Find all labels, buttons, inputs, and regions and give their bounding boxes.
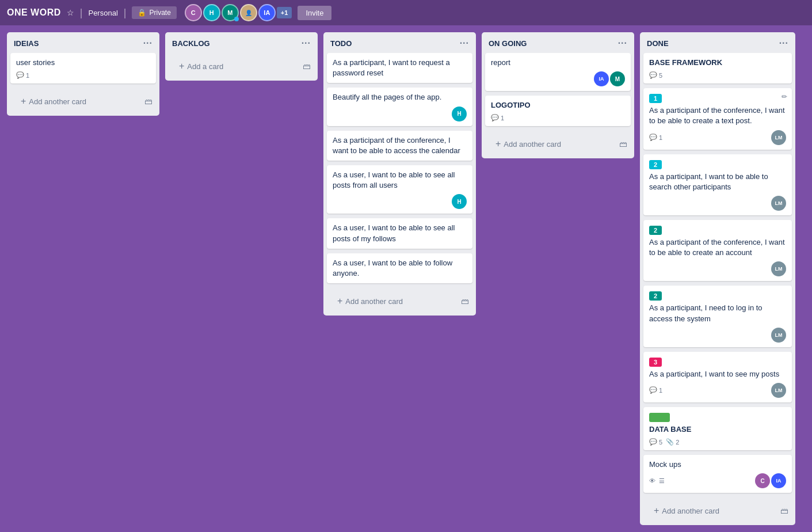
- card-todo-1[interactable]: As a participant, I want to request a pa…: [327, 53, 472, 83]
- plus-icon: +: [654, 506, 659, 516]
- card-label: [649, 413, 670, 422]
- card-footer: H: [333, 107, 467, 121]
- card-comment-count: 💬 5: [649, 438, 662, 446]
- card-done-6[interactable]: 3 As a participant, I want to see my pos…: [643, 352, 792, 402]
- card-footer: LM: [649, 328, 786, 343]
- avatar-h[interactable]: H: [203, 4, 220, 21]
- card-label: 2: [649, 291, 662, 301]
- card-done-1[interactable]: BASE FRAMEWORK 💬 5: [643, 53, 792, 83]
- card-text: user stories: [16, 58, 150, 68]
- comment-icon: 💬: [649, 386, 657, 394]
- card-done-8[interactable]: Mock ups 👁 ☰ C IA: [643, 455, 792, 493]
- comment-icon: 💬: [649, 134, 657, 141]
- card-text: Mock ups: [649, 459, 786, 470]
- invite-button[interactable]: Invite: [298, 6, 331, 20]
- column-menu-done[interactable]: ···: [779, 38, 788, 48]
- eye-icon: 👁: [649, 477, 655, 484]
- add-card-button-ongoing[interactable]: + Add another card: [489, 134, 568, 154]
- card-text: As a participant, I need to log in to ac…: [649, 303, 786, 324]
- card-todo-2[interactable]: Beautify all the pages of the app. H: [327, 88, 472, 126]
- column-backlog: BACKLOG ··· + Add a card 🗃: [165, 32, 318, 81]
- workspace-label: Personal: [88, 9, 117, 17]
- column-title-backlog: BACKLOG: [172, 39, 210, 48]
- column-todo: TODO ··· As a participant, I want to req…: [323, 32, 476, 316]
- archive-icon[interactable]: 🗃: [461, 297, 469, 306]
- column-header-todo: TODO ···: [323, 32, 476, 53]
- plus-icon: +: [337, 296, 342, 306]
- add-card-button-backlog[interactable]: + Add a card: [172, 56, 230, 76]
- archive-icon[interactable]: 🗃: [780, 506, 788, 515]
- card-todo-6[interactable]: As a user, I want to be able to follow a…: [327, 253, 472, 283]
- card-comment-count: 💬 1: [16, 71, 29, 79]
- card-todo-5[interactable]: As a user, I want to be able to see all …: [327, 218, 472, 248]
- card-attach-count: 📎 2: [666, 438, 679, 446]
- column-menu-ideias[interactable]: ···: [143, 38, 153, 48]
- add-card-button-ideias[interactable]: + Add another card: [14, 92, 93, 111]
- card-footer: IA M: [491, 71, 625, 86]
- column-title-ongoing: ON GOING: [489, 39, 527, 48]
- add-card-button-done[interactable]: + Add another card: [647, 501, 726, 520]
- comment-icon: 💬: [649, 71, 657, 79]
- card-text: As a participant, I want to see my posts: [649, 369, 786, 379]
- card-text: As a participant of the conference, I wa…: [649, 237, 786, 258]
- card-footer: H: [333, 194, 467, 209]
- column-menu-ongoing[interactable]: ···: [618, 38, 627, 48]
- card-text: Beautify all the pages of the app.: [333, 92, 467, 102]
- column-title-todo: TODO: [330, 39, 352, 48]
- column-cards-done: BASE FRAMEWORK 💬 5 ✏ 1 As a participant …: [640, 53, 795, 497]
- privacy-indicator[interactable]: 🔒 Private: [132, 6, 176, 19]
- card-text: As a user, I want to be able to follow a…: [333, 258, 467, 279]
- card-done-5[interactable]: 2 As a participant, I need to log in to …: [643, 286, 792, 347]
- card-text: As a participant, I want to be able to s…: [649, 172, 786, 192]
- card-ongoing-2[interactable]: LOGOTIPO 💬 1: [485, 96, 631, 126]
- plus-icon: +: [21, 96, 26, 107]
- card-footer: LM: [649, 261, 786, 276]
- avatar-ia[interactable]: IA: [258, 4, 276, 21]
- card-footer: 👁 ☰ C IA: [649, 473, 786, 488]
- card-text: LOGOTIPO: [491, 100, 625, 111]
- card-todo-3[interactable]: As a participant of the conference, I wa…: [327, 131, 472, 161]
- card-avatars: IA M: [594, 71, 625, 86]
- card-text: As a participant of the conference, I wa…: [649, 105, 786, 126]
- card-done-4[interactable]: 2 As a participant of the conference, I …: [643, 220, 792, 281]
- member-avatars: C H M 👤 IA +1: [185, 4, 292, 21]
- card-done-7[interactable]: DATA BASE 💬 5 📎 2: [643, 407, 792, 450]
- column-header-ongoing: ON GOING ···: [482, 32, 634, 53]
- list-icon: ☰: [659, 477, 665, 485]
- archive-icon[interactable]: 🗃: [303, 62, 311, 71]
- card-footer: 💬 5 📎 2: [649, 438, 786, 446]
- add-card-label: Add another card: [345, 297, 403, 306]
- card-done-3[interactable]: 2 As a participant, I want to be able to…: [643, 154, 792, 215]
- add-card-button-todo[interactable]: + Add another card: [330, 291, 410, 311]
- archive-icon[interactable]: 🗃: [144, 97, 153, 106]
- privacy-label: Private: [149, 9, 170, 17]
- card-ongoing-1[interactable]: report IA M: [485, 53, 631, 91]
- column-menu-backlog[interactable]: ···: [302, 38, 311, 48]
- add-card-label: Add another card: [662, 507, 719, 515]
- archive-icon[interactable]: 🗃: [619, 139, 627, 149]
- card-text: report: [491, 58, 625, 68]
- comment-icon: 💬: [649, 438, 657, 446]
- avatar-photo[interactable]: 👤: [240, 4, 257, 21]
- avatar-ia: IA: [771, 473, 786, 488]
- column-title-ideias: IDEIAS: [14, 39, 39, 48]
- card-text: DATA BASE: [649, 424, 786, 435]
- avatar-overflow[interactable]: +1: [277, 7, 292, 18]
- star-icon[interactable]: ☆: [67, 8, 74, 17]
- paperclip-icon: 📎: [666, 438, 674, 446]
- edit-icon[interactable]: ✏: [781, 93, 787, 101]
- column-header-done: DONE ···: [640, 32, 795, 53]
- add-card-label: Add another card: [504, 140, 561, 149]
- card-ideias-1[interactable]: user stories 💬 1: [10, 53, 156, 83]
- avatar-lm: LM: [771, 328, 786, 343]
- card-todo-4[interactable]: As a user, I want to be able to see all …: [327, 165, 472, 214]
- card-done-2[interactable]: ✏ 1 As a participant of the conference, …: [643, 88, 792, 149]
- add-card-label: Add a card: [187, 62, 223, 71]
- avatar-c[interactable]: C: [185, 4, 202, 21]
- avatar-m: M: [610, 71, 625, 86]
- card-text: As a user, I want to be able to see all …: [333, 223, 467, 244]
- avatar-lm: LM: [771, 130, 786, 145]
- avatar-m[interactable]: M: [222, 4, 239, 21]
- card-comment-count: 💬 1: [649, 386, 662, 394]
- column-menu-todo[interactable]: ···: [460, 38, 469, 48]
